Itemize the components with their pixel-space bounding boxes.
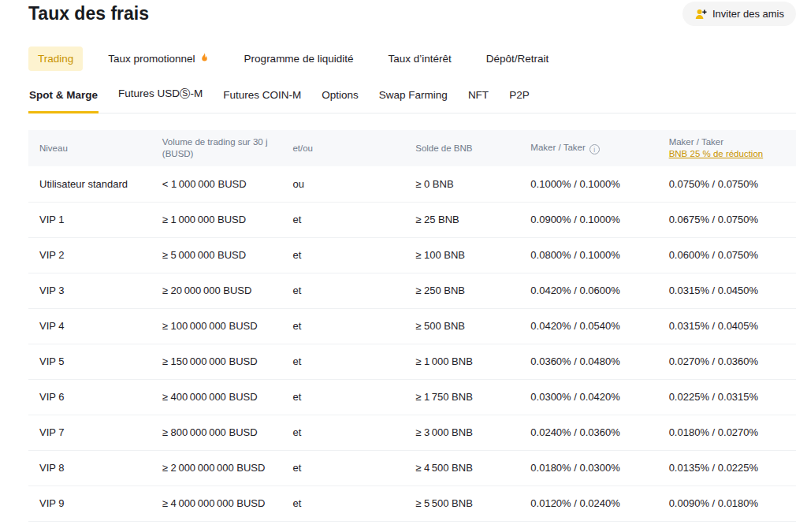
volume-cell: ≥ 800 000 000 BUSD bbox=[151, 415, 282, 450]
maker-taker-bnb-cell: 0.0225% / 0.0315% bbox=[658, 379, 796, 415]
table-row: VIP 4≥ 100 000 000 BUSDet≥ 500 BNB0.0420… bbox=[28, 308, 796, 344]
bnb-balance-cell: ≥ 100 BNB bbox=[404, 237, 519, 273]
bnb-balance-cell: ≥ 3 000 BNB bbox=[404, 415, 519, 450]
maker-taker-bnb-cell: 0.0315% / 0.0405% bbox=[658, 308, 796, 344]
table-row: VIP 2≥ 5 000 000 BUSDet≥ 100 BNB0.0800% … bbox=[28, 237, 796, 273]
level-cell: VIP 9 bbox=[28, 485, 151, 521]
andor-cell: et bbox=[281, 379, 404, 415]
andor-cell: et bbox=[281, 237, 404, 273]
level-cell: VIP 8 bbox=[28, 450, 151, 485]
sub-tab-futures-coin-m[interactable]: Futures COIN-M bbox=[222, 86, 302, 113]
volume-cell: ≥ 5 000 000 BUSD bbox=[151, 237, 282, 273]
main-tab-label: Trading bbox=[38, 53, 73, 65]
volume-cell: < 1 000 000 BUSD bbox=[151, 166, 282, 202]
level-cell: VIP 7 bbox=[28, 415, 151, 450]
maker-taker-cell: 0.0240% / 0.0360% bbox=[519, 415, 657, 450]
maker-taker-cell: 0.0800% / 0.1000% bbox=[519, 237, 657, 273]
main-tab-label: Taux promotionnel bbox=[108, 53, 195, 65]
volume-cell: ≥ 2 000 000 000 BUSD bbox=[151, 450, 282, 485]
fee-table-body: Utilisateur standard< 1 000 000 BUSDou≥ … bbox=[28, 166, 796, 521]
fee-table: Niveau Volume de trading sur 30 j (BUSD)… bbox=[28, 130, 796, 522]
volume-cell: ≥ 20 000 000 BUSD bbox=[151, 273, 282, 308]
header-row: Niveau Volume de trading sur 30 j (BUSD)… bbox=[28, 130, 796, 166]
maker-taker-bnb-cell: 0.0600% / 0.0750% bbox=[658, 237, 796, 273]
maker-taker-cell: 0.1000% / 0.1000% bbox=[519, 166, 657, 202]
table-row: VIP 9≥ 4 000 000 000 BUSDet≥ 5 500 BNB0.… bbox=[28, 485, 796, 521]
header-maker-taker-bnb: Maker / Taker BNB 25 % de réduction bbox=[658, 130, 796, 166]
level-cell: VIP 5 bbox=[28, 344, 151, 379]
bnb-discount-link[interactable]: BNB 25 % de réduction bbox=[669, 149, 764, 158]
main-tab-taux-d-int-r-t[interactable]: Taux d’intérêt bbox=[378, 47, 460, 71]
invite-friends-button[interactable]: Inviter des amis bbox=[682, 2, 796, 26]
andor-cell: et bbox=[281, 450, 404, 485]
andor-cell: et bbox=[281, 415, 404, 450]
fire-icon bbox=[199, 53, 210, 63]
maker-taker-cell: 0.0360% / 0.0480% bbox=[519, 344, 657, 379]
bnb-balance-cell: ≥ 1 750 BNB bbox=[404, 379, 519, 415]
table-row: VIP 1≥ 1 000 000 BUSDet≥ 25 BNB0.0900% /… bbox=[28, 202, 796, 237]
table-row: VIP 3≥ 20 000 000 BUSDet≥ 250 BNB0.0420%… bbox=[28, 273, 796, 308]
info-glyph: i bbox=[593, 147, 595, 154]
maker-taker-bnb-label: Maker / Taker bbox=[669, 136, 785, 148]
maker-taker-cell: 0.0900% / 0.1000% bbox=[519, 202, 657, 237]
andor-cell: et bbox=[281, 344, 404, 379]
topbar: Taux des frais Inviter des amis bbox=[28, 2, 796, 26]
bnb-balance-cell: ≥ 250 BNB bbox=[404, 273, 519, 308]
andor-cell: et bbox=[281, 202, 404, 237]
table-row: VIP 5≥ 150 000 000 BUSDet≥ 1 000 BNB0.03… bbox=[28, 344, 796, 379]
header-bnb-balance: Solde de BNB bbox=[404, 130, 519, 166]
sub-tab-futures-usd-m[interactable]: Futures USDⓈ-M bbox=[117, 84, 203, 113]
info-circle-icon[interactable]: i bbox=[589, 144, 600, 154]
level-cell: VIP 6 bbox=[28, 379, 151, 415]
page-title: Taux des frais bbox=[28, 2, 149, 24]
main-tab-label: Dépôt/Retrait bbox=[486, 53, 549, 65]
maker-taker-bnb-cell: 0.0675% / 0.0750% bbox=[658, 202, 796, 237]
main-tab-programme-de-liquidit[interactable]: Programme de liquidité bbox=[235, 47, 363, 71]
bnb-balance-cell: ≥ 1 000 BNB bbox=[404, 344, 519, 379]
header-volume-line1: Volume de trading sur 30 j bbox=[162, 136, 271, 148]
maker-taker-cell: 0.0420% / 0.0600% bbox=[519, 273, 657, 308]
maker-taker-cell: 0.0420% / 0.0540% bbox=[519, 308, 657, 344]
fee-rates-page: Taux des frais Inviter des amis TradingT… bbox=[0, 0, 807, 522]
maker-taker-cell: 0.0300% / 0.0420% bbox=[519, 379, 657, 415]
sub-tab-nft[interactable]: NFT bbox=[467, 86, 489, 113]
bnb-balance-cell: ≥ 4 500 BNB bbox=[404, 450, 519, 485]
sub-tab-options[interactable]: Options bbox=[321, 86, 359, 113]
sub-tab-swap-farming[interactable]: Swap Farming bbox=[378, 86, 448, 113]
maker-taker-bnb-cell: 0.0270% / 0.0360% bbox=[658, 344, 796, 379]
maker-taker-label: Maker / Taker bbox=[530, 143, 585, 152]
header-volume-line2: (BUSD) bbox=[162, 148, 271, 160]
main-tab-d-p-t-retrait[interactable]: Dépôt/Retrait bbox=[477, 47, 559, 71]
main-tab-label: Programme de liquidité bbox=[244, 53, 354, 65]
volume-cell: ≥ 400 000 000 BUSD bbox=[151, 379, 282, 415]
sub-tab-p2p[interactable]: P2P bbox=[508, 86, 530, 113]
maker-taker-bnb-cell: 0.0090% / 0.0180% bbox=[658, 485, 796, 521]
main-tab-taux-promotionnel[interactable]: Taux promotionnel bbox=[99, 47, 218, 71]
sub-tab-spot-marge[interactable]: Spot & Marge bbox=[28, 86, 99, 113]
level-cell: VIP 3 bbox=[28, 273, 151, 308]
table-row: Utilisateur standard< 1 000 000 BUSDou≥ … bbox=[28, 166, 796, 202]
sub-tabs: Spot & MargeFutures USDⓈ-MFutures COIN-M… bbox=[28, 84, 796, 113]
maker-taker-bnb-cell: 0.0180% / 0.0270% bbox=[658, 415, 796, 450]
bnb-balance-cell: ≥ 5 500 BNB bbox=[404, 485, 519, 521]
andor-cell: et bbox=[281, 485, 404, 521]
andor-cell: ou bbox=[281, 166, 404, 202]
table-row: VIP 7≥ 800 000 000 BUSDet≥ 3 000 BNB0.02… bbox=[28, 415, 796, 450]
volume-cell: ≥ 4 000 000 000 BUSD bbox=[151, 485, 282, 521]
volume-cell: ≥ 150 000 000 BUSD bbox=[151, 344, 282, 379]
main-tabs: TradingTaux promotionnelProgramme de liq… bbox=[28, 47, 796, 71]
bnb-balance-cell: ≥ 0 BNB bbox=[404, 166, 519, 202]
header-volume: Volume de trading sur 30 j (BUSD) bbox=[151, 130, 282, 166]
andor-cell: et bbox=[281, 273, 404, 308]
level-cell: VIP 1 bbox=[28, 202, 151, 237]
level-cell: Utilisateur standard bbox=[28, 166, 151, 202]
person-add-icon bbox=[694, 8, 707, 20]
volume-cell: ≥ 1 000 000 BUSD bbox=[151, 202, 282, 237]
level-cell: VIP 4 bbox=[28, 308, 151, 344]
main-tab-trading[interactable]: Trading bbox=[28, 47, 83, 71]
level-cell: VIP 2 bbox=[28, 237, 151, 273]
table-row: VIP 8≥ 2 000 000 000 BUSDet≥ 4 500 BNB0.… bbox=[28, 450, 796, 485]
maker-taker-bnb-cell: 0.0315% / 0.0450% bbox=[658, 273, 796, 308]
bnb-balance-cell: ≥ 25 BNB bbox=[404, 202, 519, 237]
volume-cell: ≥ 100 000 000 BUSD bbox=[151, 308, 282, 344]
